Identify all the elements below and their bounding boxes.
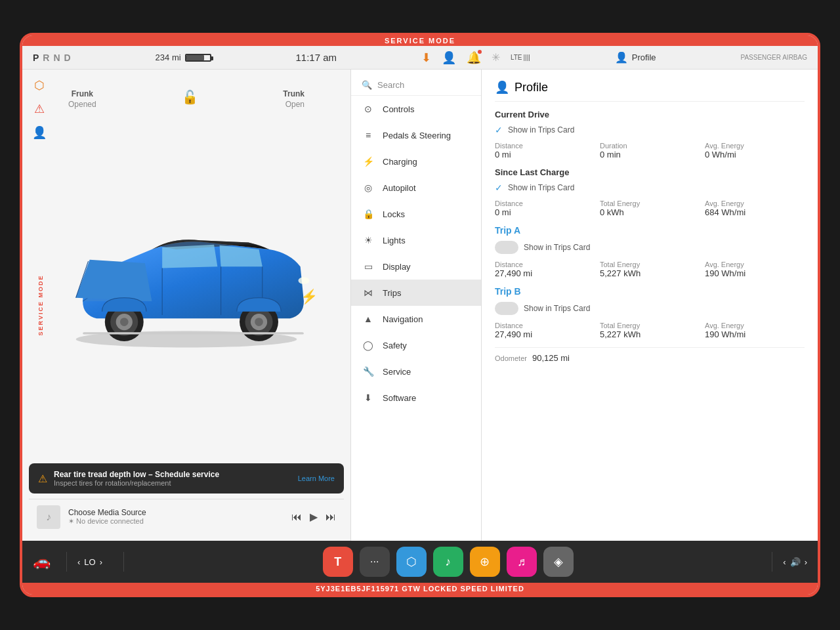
next-button[interactable]: ›: [100, 557, 102, 567]
trip-a-toggle[interactable]: [495, 241, 518, 254]
trip-b-toggle[interactable]: [495, 302, 518, 315]
trip-a-distance: Distance 27,490 mi: [495, 261, 595, 278]
battery-icon: [185, 54, 211, 62]
autopilot-icon: ◎: [362, 182, 375, 193]
play-button[interactable]: ▶: [310, 511, 318, 523]
menu-item-navigation[interactable]: ▲ Navigation: [351, 306, 481, 332]
passenger-airbag-label: PASSENGER AIRBAG: [740, 54, 807, 61]
locks-icon: 🔒: [362, 209, 375, 219]
slc-avg-energy: Avg. Energy 684 Wh/mi: [705, 200, 805, 217]
slc-total-energy: Total Energy 0 kWh: [600, 200, 700, 217]
profile-person-icon: 👤: [495, 80, 509, 94]
odometer-label: Odometer: [495, 354, 527, 362]
app-tesla[interactable]: T: [323, 547, 353, 577]
app-music[interactable]: ♬: [507, 547, 537, 577]
profile-button[interactable]: 👤 Profile: [615, 51, 656, 64]
alert-text: Rear tire tread depth low – Schedule ser…: [54, 470, 291, 487]
frunk-label: Frunk Opened: [68, 89, 96, 110]
search-box[interactable]: 🔍 Search: [351, 75, 481, 96]
car-image: ⚡: [55, 116, 318, 445]
menu-item-charging[interactable]: ⚡ Charging: [351, 148, 481, 175]
menu-item-autopilot[interactable]: ◎ Autopilot: [351, 175, 481, 201]
service-bottom-banner: 5YJ3E1EB5JF115971 GTW LOCKED SPEED LIMIT…: [22, 583, 818, 595]
svg-point-7: [120, 318, 129, 326]
current-drive-distance: Distance 0 mi: [495, 142, 595, 159]
gear-r: R: [43, 52, 49, 63]
trips-icon: ⋈: [362, 287, 375, 298]
odometer-row: Odometer 90,125 mi: [495, 347, 805, 363]
display-icon: ▭: [362, 261, 375, 272]
profile-title: Profile: [514, 81, 548, 94]
taskbar-apps: T ··· ⬡ ♪ ⊕ ♬ ◈: [135, 547, 761, 577]
app-dots[interactable]: ···: [360, 547, 390, 577]
lights-label: Lights: [383, 236, 406, 245]
menu-item-software[interactable]: ⬇ Software: [351, 385, 481, 411]
volume-left-arrow[interactable]: ‹: [783, 557, 786, 567]
download-icon: ⬇: [421, 51, 431, 65]
prev-track-button[interactable]: ⏮: [291, 511, 302, 523]
trip-b-distance: Distance 27,490 mi: [495, 322, 595, 339]
svg-point-11: [255, 318, 263, 326]
service-label: Service: [383, 367, 411, 377]
menu-item-trips[interactable]: ⋈ Trips: [351, 280, 481, 306]
volume-right-arrow[interactable]: ›: [805, 557, 807, 567]
safety-icon: ◯: [362, 340, 375, 350]
app-maps[interactable]: ⊕: [470, 547, 500, 577]
lights-icon: ☀: [362, 235, 375, 245]
current-drive-title: Current Drive: [495, 110, 805, 119]
software-icon: ⬇: [362, 392, 375, 403]
svg-point-13: [299, 277, 310, 284]
current-drive-checkmark: ✓: [495, 125, 503, 135]
app-bluetooth[interactable]: ⬡: [396, 547, 427, 577]
current-drive-stats: Distance 0 mi Duration 0 min Avg. Energy…: [495, 142, 805, 159]
next-track-button[interactable]: ⏭: [326, 511, 336, 523]
media-info: Choose Media Source ✶ No device connecte…: [68, 508, 284, 526]
prev-button[interactable]: ‹: [77, 557, 80, 567]
menu-item-lights[interactable]: ☀ Lights: [351, 227, 481, 253]
audio-controls: ‹ LO ›: [77, 557, 102, 567]
current-drive-duration: Duration 0 min: [600, 142, 700, 159]
trip-b-toggle-row: Show in Trips Card: [495, 302, 805, 315]
service-mode-banner: SERVICE MODE: [22, 35, 818, 46]
profile-label: Profile: [632, 52, 656, 62]
profile-panel: 👤 Profile Current Drive ✓ Show in Trips …: [482, 70, 818, 541]
autopilot-label: Autopilot: [383, 183, 416, 193]
gear-p: P: [33, 52, 39, 63]
app-spotify[interactable]: ♪: [433, 547, 463, 577]
app-game[interactable]: ◈: [543, 547, 574, 577]
menu-item-controls[interactable]: ⊙ Controls: [351, 96, 481, 122]
menu-item-display[interactable]: ▭ Display: [351, 253, 481, 280]
current-drive-checkbox-label: Show in Trips Card: [508, 125, 574, 135]
learn-more-link[interactable]: Learn More: [298, 474, 335, 482]
bluetooth-status-icon: ✳: [492, 51, 500, 64]
car-icon: 🚗: [33, 553, 51, 570]
unlock-icon: 🔓: [182, 89, 198, 110]
menu-item-service[interactable]: 🔧 Service: [351, 358, 481, 385]
trip-b-avg-energy: Avg. Energy 190 Wh/mi: [705, 322, 805, 339]
pedals-icon: ≡: [362, 130, 375, 140]
service-icon: 🔧: [362, 366, 375, 377]
odometer-value: 90,125 mi: [532, 353, 570, 363]
menu-panel: 🔍 Search ⊙ Controls ≡ Pedals & Steering …: [350, 70, 482, 541]
since-last-charge-checkbox-row: ✓ Show in Trips Card: [495, 182, 805, 193]
menu-item-locks[interactable]: 🔒 Locks: [351, 201, 481, 227]
trip-a-stats: Distance 27,490 mi Total Energy 5,227 kW…: [495, 261, 805, 278]
volume-controls[interactable]: ‹ 🔊 ›: [783, 557, 807, 567]
media-controls[interactable]: ⏮ ▶ ⏭: [291, 511, 336, 523]
menu-item-safety[interactable]: ◯ Safety: [351, 332, 481, 358]
since-last-charge-checkbox-label: Show in Trips Card: [508, 183, 574, 192]
navigation-label: Navigation: [383, 314, 423, 324]
trip-a-toggle-row: Show in Trips Card: [495, 241, 805, 254]
taskbar: 🚗 ‹ LO › T ··· ⬡ ♪ ⊕ ♬: [22, 541, 818, 583]
car-panel: SERVICE MODE ⬡ ⚠ 👤 Frunk Opened 🔓 Trunk: [22, 70, 350, 541]
charging-icon: ⚡: [362, 156, 375, 167]
trip-b-title: Trip B: [495, 286, 805, 297]
pedals-label: Pedals & Steering: [383, 131, 451, 140]
range-display: 234 mi: [156, 52, 211, 62]
controls-label: Controls: [383, 104, 414, 114]
trips-label: Trips: [383, 288, 401, 298]
trip-a-total-energy: Total Energy 5,227 kWh: [600, 261, 700, 278]
search-icon: 🔍: [362, 80, 372, 90]
menu-item-pedals[interactable]: ≡ Pedals & Steering: [351, 122, 481, 148]
media-thumbnail: ♪: [37, 505, 60, 529]
